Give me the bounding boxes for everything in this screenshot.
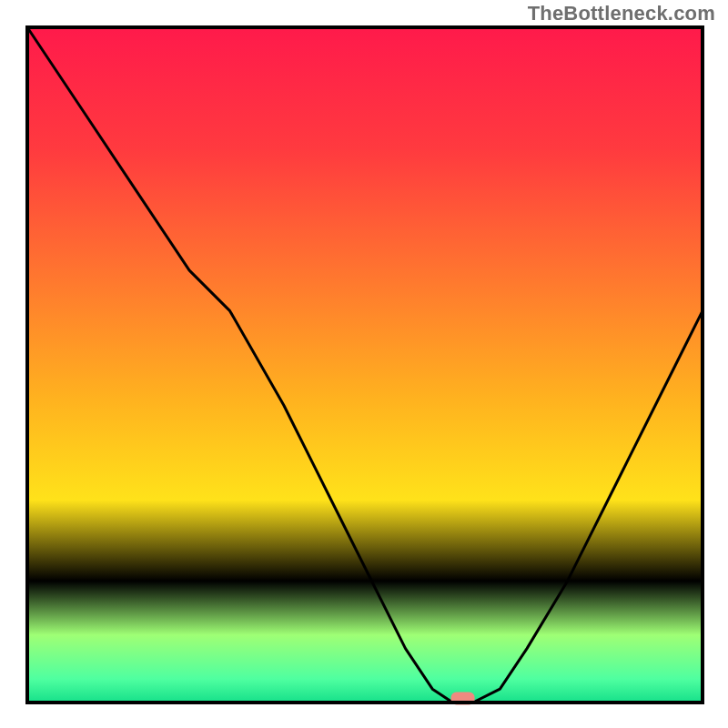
watermark-text: TheBottleneck.com bbox=[528, 2, 715, 25]
chart-container: TheBottleneck.com bbox=[0, 0, 728, 728]
bottleneck-chart bbox=[0, 0, 728, 728]
gradient-background bbox=[27, 27, 703, 703]
